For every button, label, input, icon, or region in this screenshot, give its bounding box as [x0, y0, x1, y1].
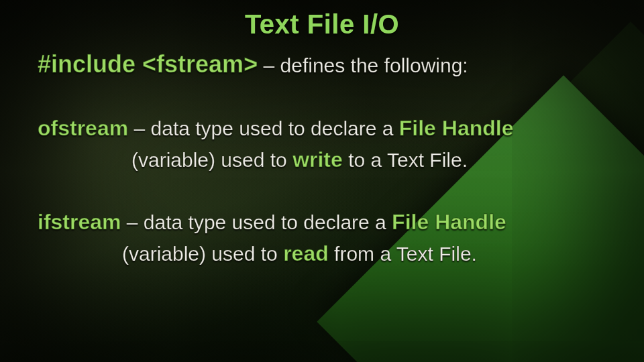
ifstream-file-handle: File Handle: [392, 210, 506, 234]
include-desc: – defines the following:: [258, 54, 468, 76]
ifstream-desc-pre: – data type used to declare a: [121, 211, 392, 233]
include-line: #include <fstream> – defines the followi…: [38, 50, 606, 78]
ofstream-keyword: ofstream: [38, 116, 128, 140]
ifstream-line2-pre: (variable) used to: [122, 243, 283, 265]
ifstream-keyword: ifstream: [38, 210, 121, 234]
ofstream-desc-pre: – data type used to declare a: [128, 117, 399, 139]
ifstream-line2-post: from a Text File.: [329, 243, 477, 265]
slide-content: Text File I/O #include <fstream> – defin…: [0, 0, 644, 362]
ofstream-line2-pre: (variable) used to: [131, 149, 292, 171]
ifstream-line-2: (variable) used to read from a Text File…: [38, 241, 606, 266]
slide-title: Text File I/O: [38, 9, 606, 40]
include-keyword: #include <fstream>: [38, 50, 258, 78]
ifstream-verb: read: [283, 241, 329, 265]
ofstream-file-handle: File Handle: [399, 116, 514, 140]
ifstream-line-1: ifstream – data type used to declare a F…: [38, 210, 606, 235]
ofstream-verb: write: [292, 147, 343, 172]
ofstream-line2-post: to a Text File.: [343, 149, 468, 171]
ofstream-line-2: (variable) used to write to a Text File.: [38, 147, 606, 172]
ofstream-line-1: ofstream – data type used to declare a F…: [38, 116, 606, 141]
